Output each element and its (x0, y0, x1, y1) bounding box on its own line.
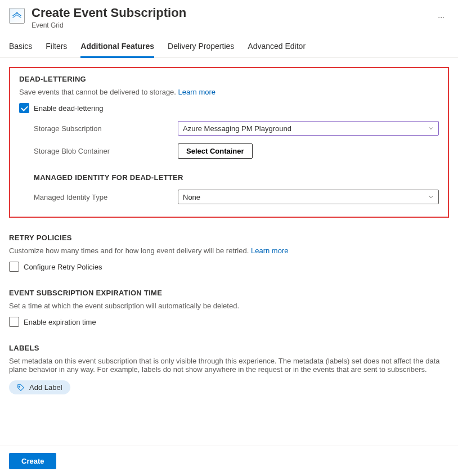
storage-subscription-value: Azure Messaging PM Playground (183, 124, 291, 133)
retry-policies-description: Customize how many times and for how lon… (9, 246, 449, 255)
event-grid-icon (9, 8, 25, 24)
chevron-down-icon (428, 194, 434, 200)
storage-subscription-label: Storage Subscription (34, 124, 178, 133)
retry-policies-heading: RETRY POLICIES (9, 233, 449, 242)
enable-expiration-label: Enable expiration time (24, 318, 96, 326)
dead-lettering-description: Save events that cannot be delivered to … (19, 88, 439, 96)
dead-lettering-section: DEAD-LETTERING Save events that cannot b… (9, 67, 449, 218)
expiration-heading: EVENT SUBSCRIPTION EXPIRATION TIME (9, 289, 449, 297)
select-container-button[interactable]: Select Container (178, 143, 253, 159)
add-label-text: Add Label (29, 383, 62, 392)
managed-identity-type-value: None (183, 193, 200, 201)
tab-additional-features[interactable]: Additional Features (80, 37, 154, 58)
page-subtitle: Event Grid (32, 21, 426, 29)
managed-identity-type-label: Managed Identity Type (34, 193, 178, 201)
add-label-button[interactable]: Add Label (9, 380, 70, 394)
storage-subscription-dropdown[interactable]: Azure Messaging PM Playground (178, 121, 439, 136)
retry-policies-section: RETRY POLICIES Customize how many times … (9, 233, 449, 272)
managed-identity-heading: MANAGED IDENTITY FOR DEAD-LETTER (34, 173, 439, 182)
retry-policies-desc-text: Customize how many times and for how lon… (9, 246, 249, 255)
tabs: Basics Filters Additional Features Deliv… (0, 37, 458, 58)
footer: Create (0, 446, 458, 476)
expiration-section: EVENT SUBSCRIPTION EXPIRATION TIME Set a… (9, 289, 449, 327)
tab-basics[interactable]: Basics (9, 37, 32, 58)
labels-section: LABELS Set metadata on this event subscr… (9, 344, 449, 394)
dead-lettering-heading: DEAD-LETTERING (19, 75, 439, 83)
enable-dead-lettering-label: Enable dead-lettering (34, 104, 104, 113)
page-title: Create Event Subscription (32, 6, 426, 20)
tag-icon (17, 384, 25, 392)
tab-delivery-properties[interactable]: Delivery Properties (168, 37, 234, 58)
create-button[interactable]: Create (9, 453, 56, 469)
more-icon[interactable]: ··· (433, 10, 449, 24)
dead-lettering-desc-text: Save events that cannot be delivered to … (19, 88, 176, 96)
expiration-description: Set a time at which the event subscripti… (9, 302, 449, 310)
managed-identity-type-dropdown[interactable]: None (178, 190, 439, 204)
page-header: Create Event Subscription Event Grid ··· (0, 0, 458, 34)
configure-retry-policies-checkbox[interactable] (9, 262, 19, 272)
retry-policies-learn-more-link[interactable]: Learn more (251, 246, 288, 255)
enable-dead-lettering-checkbox[interactable] (19, 103, 29, 113)
enable-expiration-checkbox[interactable] (9, 317, 19, 327)
labels-heading: LABELS (9, 344, 449, 352)
dead-lettering-learn-more-link[interactable]: Learn more (178, 88, 215, 96)
tab-filters[interactable]: Filters (46, 37, 67, 58)
storage-blob-container-label: Storage Blob Container (34, 147, 178, 155)
svg-rect-0 (16, 12, 17, 14)
chevron-down-icon (428, 125, 434, 131)
configure-retry-policies-label: Configure Retry Policies (24, 263, 102, 271)
labels-description: Set metadata on this event subscription … (9, 357, 449, 374)
tab-advanced-editor[interactable]: Advanced Editor (248, 37, 306, 58)
